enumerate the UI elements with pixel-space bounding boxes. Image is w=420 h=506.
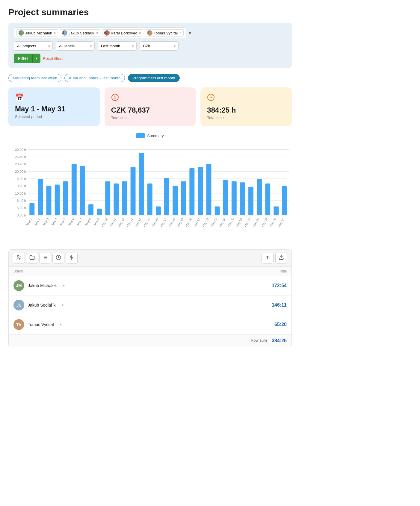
svg-rect-31 [63,181,68,215]
tag-avatar: K [104,30,110,36]
legend-label: Summary [147,134,164,138]
svg-text:May 8: May 8 [84,217,91,226]
time-value: 384:25 h [207,106,285,114]
svg-text:May 24: May 24 [218,217,226,228]
svg-text:20:00 h: 20:00 h [15,170,26,173]
chart-container: 30:00 h26:40 h23:20 h20:00 h16:40 h13:20… [8,140,292,242]
labels-select-wrap: All labels... ▾ [56,41,95,51]
toolbar-money-btn[interactable] [66,253,78,263]
toolbar-users-btn[interactable] [13,253,25,263]
row-name: Jakub Sedlařík [28,303,56,307]
saved-filter-btn[interactable]: Marketing team last week [8,74,61,82]
svg-rect-33 [72,164,77,215]
toolbar-clock-btn[interactable] [52,253,64,263]
svg-text:13:20 h: 13:20 h [15,184,26,188]
svg-rect-29 [55,184,60,215]
svg-rect-63 [198,167,203,215]
reset-filters-link[interactable]: Reset filters [43,56,64,61]
tag-name: Jakub Michálek [25,31,52,35]
svg-rect-59 [181,181,186,215]
row-expand-icon[interactable]: ▾ [63,284,65,288]
svg-rect-71 [232,181,237,215]
svg-rect-23 [29,203,34,215]
svg-text:May 7: May 7 [76,217,83,226]
svg-text:May 28: May 28 [252,217,260,228]
svg-text:30:00 h: 30:00 h [15,148,26,152]
svg-text:May 15: May 15 [143,217,150,228]
row-left: JM Jakub Michálek ▾ [13,280,65,291]
row-avatar: JS [13,300,24,310]
currency-select[interactable]: CZKEURUSD [140,41,179,51]
svg-text:May 30: May 30 [269,217,277,228]
toolbar-icons [13,253,78,263]
projects-select[interactable]: All projects... [14,41,53,51]
svg-text:10:00 h: 10:00 h [15,192,26,195]
svg-text:May 26: May 26 [235,217,243,228]
row-left: JS Jakub Sedlařík ▾ [13,300,64,310]
row-name: Tomáš Vyčítal [28,322,54,327]
tag-remove[interactable]: × [54,31,56,35]
table-toolbar [9,250,291,267]
svg-text:May 27: May 27 [244,217,251,228]
svg-text:May 1: May 1 [25,217,32,226]
filter-dropdown-button[interactable]: ▾ [32,54,40,63]
tag-avatar: J [19,30,24,36]
toolbar-folder-btn[interactable] [26,253,38,263]
svg-rect-83 [282,186,287,215]
table-row[interactable]: JM Jakub Michálek ▾ 172:54 [9,276,291,296]
row-expand-icon[interactable]: ▾ [60,322,62,327]
svg-text:May 19: May 19 [176,217,184,228]
user-tags-container: JJakub Michálek×JJakub Sedlařík×KKarel B… [14,28,186,38]
svg-rect-77 [257,179,262,215]
svg-rect-37 [88,204,93,215]
tag-avatar: J [62,30,67,36]
row-name: Jakub Michálek [28,283,57,288]
period-select[interactable]: Last monthThis monthLast weekThis weekCu… [98,41,137,51]
user-tag: KKarel Borkovec× [102,29,143,37]
svg-text:May 6: May 6 [68,217,75,226]
svg-text:May 20: May 20 [185,217,193,228]
user-tag: TTomáš Vyčítal× [145,29,184,37]
svg-text:May 18: May 18 [168,217,176,228]
row-expand-icon[interactable]: ▾ [62,303,64,307]
svg-rect-79 [265,184,270,215]
svg-text:May 31: May 31 [277,217,285,228]
row-left: TV Tomáš Vyčítal ▾ [13,319,62,330]
svg-rect-73 [240,182,245,215]
svg-rect-39 [97,209,102,215]
svg-rect-27 [46,186,52,215]
table-row[interactable]: JS Jakub Sedlařík ▾ 146:11 [9,296,291,315]
svg-rect-49 [139,153,144,215]
saved-filter-btn[interactable]: Programmers last month [128,74,179,82]
cost-value: CZK 78,637 [111,106,189,114]
saved-filters-row: Marketing team last weekKuba and Tomas –… [8,74,292,82]
chart-svg: 30:00 h26:40 h23:20 h20:00 h16:40 h13:20… [8,140,292,242]
filter-button[interactable]: Filter [14,54,32,63]
row-total: 172:54 [272,283,287,288]
period-select-wrap: Last monthThis monthLast weekThis weekCu… [98,41,137,51]
row-avatar: JM [13,280,24,291]
tag-remove[interactable]: × [179,31,182,35]
tag-remove[interactable]: × [139,31,141,35]
tag-remove[interactable]: × [96,31,98,35]
svg-text:0:00 h: 0:00 h [17,213,26,217]
user-tag: JJakub Sedlařík× [60,29,100,37]
svg-text:May 10: May 10 [101,217,108,228]
tag-avatar: T [147,30,152,36]
table-section: Users Total JM Jakub Michálek ▾ 172:54 J… [8,249,292,347]
table-header: Users Total [9,267,291,276]
period-card: 📅 May 1 - May 31 Selected period [8,87,100,126]
chart-section: Summary 30:00 h26:40 h23:20 h20:00 h16:4… [8,133,292,242]
period-label: Selected period [15,114,93,119]
sort-button[interactable] [262,253,274,263]
row-total: 65:20 [274,322,287,327]
time-label: Total time [207,116,285,120]
add-user-dropdown[interactable]: ▾ [189,30,191,36]
svg-text:May 9: May 9 [93,217,100,226]
labels-select[interactable]: All labels... [56,41,95,51]
table-row[interactable]: TV Tomáš Vyčítal ▾ 65:20 [9,315,291,334]
toolbar-list-btn[interactable] [39,253,51,263]
export-button[interactable] [275,253,287,263]
svg-text:May 25: May 25 [227,217,235,228]
saved-filter-btn[interactable]: Kuba and Tomas – last month [64,74,125,82]
